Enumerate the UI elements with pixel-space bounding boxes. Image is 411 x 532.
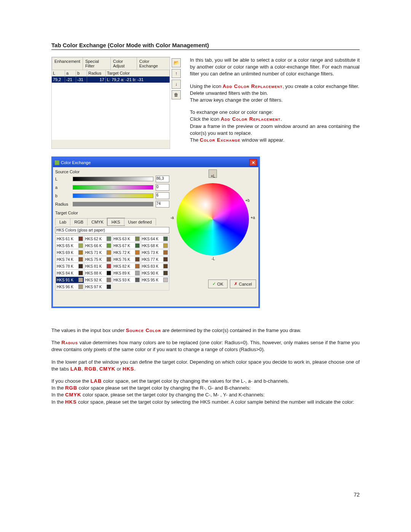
target-tabs-paragraph: In the lower part of the window you can … — [51, 359, 360, 372]
col-l: L — [52, 70, 65, 76]
slider-radius-label: Radius — [55, 202, 70, 206]
trash-icon[interactable]: 🗑 — [172, 90, 181, 99]
hks-swatch[interactable]: HKS 65 K — [56, 242, 84, 249]
slider-l[interactable] — [73, 177, 153, 181]
hks-swatch[interactable]: HKS 66 K — [84, 242, 113, 249]
howto-paragraph: To exchange one color or color range: Cl… — [190, 109, 360, 144]
tab-enhancement[interactable]: Enhancement — [52, 57, 83, 70]
add-color-replacement-sc: Add Color Replacement — [223, 83, 282, 89]
hks-set-dropdown[interactable]: HKS Colors (gloss art paper) — [55, 227, 169, 233]
tab-hks[interactable]: HKS — [107, 218, 124, 225]
hks-swatch[interactable]: HKS 62 K — [84, 235, 113, 242]
tab-rgb[interactable]: RGB — [70, 218, 88, 225]
cross-icon: ✗ — [234, 281, 237, 286]
cell-l: 79,2 — [52, 77, 65, 83]
cell-radius: 17 — [87, 77, 106, 83]
dialog-title: 🟩 Color Exchange — [54, 160, 91, 165]
value-radius[interactable]: 74 — [156, 201, 169, 208]
value-b[interactable]: 6 — [156, 192, 169, 199]
intro-paragraph: In this tab, you will be able to select … — [190, 57, 360, 78]
hks-swatch[interactable]: HKS 71 K — [84, 249, 113, 256]
tab-special-filter[interactable]: Special Filter — [83, 57, 111, 70]
hks-swatch[interactable]: HKS 83 K — [141, 263, 169, 270]
slider-b-label: b — [55, 193, 70, 198]
cancel-button[interactable]: ✗Cancel — [230, 280, 256, 288]
hks-swatch[interactable]: HKS 75 K — [84, 256, 113, 263]
slider-b[interactable] — [73, 193, 153, 198]
hks-swatch[interactable]: HKS 88 K — [84, 270, 113, 276]
slider-l-label: L — [55, 177, 70, 181]
axis-plus-a: +a — [251, 216, 255, 220]
close-icon[interactable]: ✕ — [249, 159, 257, 166]
slider-a-label: a — [55, 185, 70, 190]
hks-swatch[interactable]: HKS 72 K — [112, 249, 141, 256]
hks-swatch[interactable]: HKS 68 K — [141, 242, 169, 249]
value-a[interactable]: 0 — [156, 184, 169, 191]
screenshot-tab-panel: Enhancement Special Filter Color Adjust … — [51, 57, 170, 149]
move-up-icon[interactable]: ↑ — [172, 69, 181, 78]
source-color-label: Source Color — [55, 169, 169, 174]
lab-rgb-cmyk-hks-paragraph: If you choose the LAB color space, set t… — [51, 378, 360, 406]
axis-minus-a: -a — [170, 216, 174, 220]
hks-swatch[interactable]: HKS 63 K — [112, 235, 141, 242]
col-radius: Radius — [87, 70, 106, 76]
hks-swatch[interactable]: HKS 73 K — [141, 249, 169, 256]
col-target: Target Color — [106, 70, 170, 76]
tab-color-exchange[interactable]: Color Exchange — [137, 57, 170, 70]
tab-lab[interactable]: Lab — [55, 218, 70, 225]
hks-swatch[interactable]: HKS 92 K — [84, 276, 113, 283]
hks-swatch[interactable]: HKS 97 K — [84, 283, 113, 290]
hks-swatch[interactable]: HKS 76 K — [112, 256, 141, 263]
slider-radius[interactable] — [73, 202, 153, 206]
source-color-paragraph: The values in the input box under Source… — [51, 327, 360, 334]
hks-swatch[interactable]: HKS 96 K — [56, 283, 84, 290]
move-down-icon[interactable]: ↓ — [172, 80, 181, 89]
hks-swatch[interactable]: HKS 61 K — [56, 235, 84, 242]
hks-swatch[interactable]: HKS 67 K — [112, 242, 141, 249]
hks-swatch[interactable]: HKS 74 K — [56, 256, 84, 263]
value-l[interactable]: 86,3 — [156, 176, 169, 182]
hks-swatch[interactable]: HKS 77 K — [141, 256, 169, 263]
col-b: b — [76, 70, 87, 76]
ok-button[interactable]: ✓OK — [208, 280, 228, 288]
hks-swatch[interactable]: HKS 64 K — [141, 235, 169, 242]
section-heading: Tab Color Exchange (Color Mode with Colo… — [51, 42, 360, 50]
cell-b: -31 — [76, 77, 87, 83]
hks-swatch[interactable]: HKS 95 K — [141, 276, 169, 283]
hks-swatch[interactable]: HKS 78 K — [56, 263, 84, 270]
color-exchange-dialog: 🟩 Color Exchange ✕ Source Color L 86,3 a… — [51, 157, 260, 308]
radius-paragraph: The Radius value determines how many col… — [51, 339, 360, 353]
tab-cmyk[interactable]: CMYK — [87, 218, 108, 225]
hks-swatch[interactable]: HKS 81 K — [84, 263, 113, 270]
target-color-label: Target Color — [55, 211, 169, 215]
page-number: 72 — [354, 492, 360, 498]
check-icon: ✓ — [212, 281, 216, 286]
slider-a[interactable] — [73, 185, 153, 190]
axis-minus-l: -L — [212, 257, 215, 261]
tab-color-adjust[interactable]: Color Adjust — [110, 57, 137, 70]
filter-row-selected[interactable]: 79,2 -21 -31 17 L: 79,2 a: -21 b: -31 — [52, 77, 170, 83]
col-a: a — [65, 70, 76, 76]
open-folder-icon[interactable]: 📂 — [172, 58, 181, 67]
hks-swatch[interactable]: HKS 91 K — [56, 276, 84, 283]
hks-swatch[interactable]: HKS 69 K — [56, 249, 84, 256]
usage-paragraph: Using the icon Add Color Replacement, yo… — [190, 83, 360, 104]
tab-user-defined[interactable]: User defined — [124, 218, 156, 225]
hks-swatch[interactable]: HKS 89 K — [112, 270, 141, 276]
cell-target: L: 79,2 a: -21 b: -31 — [106, 77, 170, 83]
hks-swatch[interactable]: HKS 82 K — [112, 263, 141, 270]
hks-swatch[interactable]: HKS 93 K — [112, 276, 141, 283]
axis-plus-b: +b — [245, 198, 250, 203]
axis-plus-l: +L — [211, 174, 215, 178]
lab-color-sphere[interactable] — [177, 183, 249, 256]
hks-swatch[interactable]: HKS 84 K — [56, 270, 84, 276]
hks-swatch[interactable]: HKS 90 K — [141, 270, 169, 276]
cell-a: -21 — [65, 77, 76, 83]
hks-grid: HKS 61 KHKS 62 KHKS 63 KHKS 64 KHKS 65 K… — [55, 235, 169, 291]
